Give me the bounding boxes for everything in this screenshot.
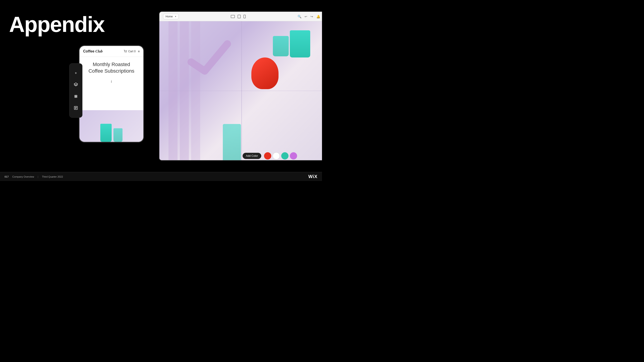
mobile-teal-cup-small (114, 128, 122, 142)
bell-icon[interactable]: 🔔 (316, 15, 320, 18)
bottom-bar: 017 Company Overview | Third Quarter 202… (0, 172, 322, 181)
redo-icon[interactable]: ↪ (310, 15, 313, 18)
editor-canvas (160, 21, 322, 160)
swatch-teal[interactable] (281, 152, 288, 159)
svg-point-4 (76, 96, 77, 97)
mobile-title-line1: Monthly Roasted (92, 61, 130, 67)
mobile-content: Monthly Roasted Coffee Subscriptions ↓ (80, 57, 143, 110)
mobile-menu-icon[interactable]: ≡ (138, 49, 140, 53)
mobile-cart[interactable]: Cart 0 (124, 50, 136, 53)
scroll-arrow: ↓ (110, 79, 112, 83)
editor-frame: Home ▾ 🔍 ↩ ↪ 🔔 (159, 11, 322, 161)
mobile-image-section (80, 110, 143, 142)
logo-text: Coffee (83, 49, 94, 53)
teal-cup-medium (273, 36, 289, 56)
bottom-bar-left: 017 Company Overview | Third Quarter 202… (4, 175, 63, 178)
teal-cup-large (290, 30, 310, 57)
mobile-preview-frame: Coffee Club Cart 0 ≡ Monthly Roasted (79, 45, 144, 143)
swatch-white[interactable] (273, 152, 280, 159)
device-icons (231, 15, 246, 18)
swatch-purple[interactable] (290, 152, 297, 159)
company-name: Company Overview (12, 175, 34, 178)
tablet-icon[interactable] (238, 15, 241, 18)
mobile-header: Coffee Club Cart 0 ≡ (80, 46, 143, 57)
svg-point-2 (76, 95, 77, 96)
color-picker-panel: Add Color (242, 152, 297, 159)
mobile-logo: Coffee Club (83, 49, 102, 53)
svg-point-1 (75, 95, 76, 96)
nav-dropdown[interactable]: Home ▾ (163, 14, 179, 19)
apps-icon[interactable] (73, 93, 79, 99)
left-sidebar-toolbar: + (69, 63, 82, 118)
teal-cup-bottom (223, 124, 241, 160)
svg-point-9 (125, 52, 126, 53)
add-tool-icon[interactable]: + (73, 70, 79, 76)
svg-marker-0 (74, 83, 78, 85)
editor-toolbar: Home ▾ 🔍 ↩ ↪ 🔔 (160, 12, 322, 21)
pages-icon[interactable] (73, 105, 79, 111)
page-number: 017 (4, 175, 8, 178)
mobile-title: Monthly Roasted Coffee Subscriptions (88, 61, 134, 74)
nav-label: Home (166, 15, 173, 18)
logo-italic: Club (95, 49, 102, 53)
mobile-title-line2: Coffee Subscriptions (88, 68, 134, 74)
mobile-teal-cup (100, 124, 112, 142)
mobile-inner: Coffee Club Cart 0 ≡ Monthly Roasted (80, 46, 143, 142)
svg-point-3 (75, 96, 76, 97)
toolbar-right-icons: 🔍 ↩ ↪ 🔔 (298, 15, 320, 18)
red-capsule (251, 57, 278, 89)
page-title: Appendix (9, 13, 104, 35)
desktop-icon[interactable] (231, 15, 235, 18)
divider: | (38, 175, 38, 178)
quarter-label: Third Quarter 2022 (42, 175, 63, 178)
undo-icon[interactable]: ↩ (304, 15, 307, 18)
nav-arrow: ▾ (175, 15, 176, 18)
zoom-icon[interactable]: 🔍 (298, 15, 302, 18)
phone-icon[interactable] (244, 15, 246, 18)
abstract-check-shape (186, 35, 232, 80)
svg-point-10 (126, 52, 126, 53)
color-swatches (264, 152, 297, 159)
swatch-red[interactable] (264, 152, 271, 159)
horizontal-guideline (160, 91, 322, 91)
layers-icon[interactable] (73, 81, 79, 88)
wix-logo: WiX (308, 174, 318, 179)
cart-label: Cart 0 (128, 50, 136, 53)
mobile-header-right: Cart 0 ≡ (124, 49, 140, 53)
add-color-button[interactable]: Add Color (242, 153, 261, 159)
